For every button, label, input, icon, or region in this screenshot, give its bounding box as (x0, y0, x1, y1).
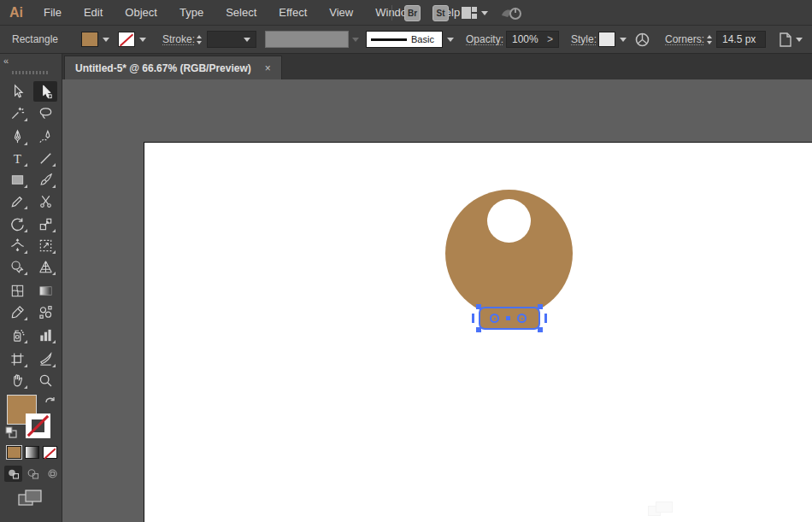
bridge-icon[interactable]: Br (404, 5, 421, 21)
corners-spinner[interactable] (704, 26, 715, 53)
recolor-artwork-button[interactable] (635, 26, 650, 53)
stroke-color-control[interactable] (118, 26, 149, 53)
live-corner-widget-left[interactable] (490, 314, 499, 323)
fill-color-control[interactable] (81, 26, 112, 53)
workspace-switcher[interactable] (461, 6, 488, 20)
menu-view[interactable]: View (318, 0, 364, 26)
eyedropper-tool[interactable] (5, 302, 29, 322)
opacity-label[interactable]: Opacity: (466, 26, 503, 53)
object-center-point[interactable] (506, 316, 510, 320)
fill-swatch[interactable] (81, 32, 98, 47)
draw-normal-button[interactable] (4, 466, 22, 482)
stroke-none-swatch[interactable] (118, 32, 135, 47)
corners-label[interactable]: Corners: (665, 26, 704, 53)
anchor-bottom-left[interactable] (476, 327, 481, 332)
magic-wand-tool[interactable] (5, 103, 29, 123)
control-bar: Rectangle Stroke: Basic Opacity: (0, 26, 812, 54)
swap-fill-stroke-icon[interactable] (44, 395, 56, 407)
column-graph-tool[interactable] (33, 325, 57, 345)
menu-select[interactable]: Select (215, 0, 268, 26)
circle-cutout[interactable] (487, 199, 531, 243)
zoom-tool[interactable] (33, 370, 57, 390)
document-tab[interactable]: Untitled-5* @ 66.67% (RGB/Preview) × (64, 56, 282, 79)
draw-behind-button[interactable] (24, 466, 42, 482)
artboard-tool[interactable] (5, 349, 29, 369)
left-edge-handle[interactable] (472, 314, 474, 323)
stroke-color-indicator[interactable] (26, 413, 50, 438)
anchor-bottom-right[interactable] (538, 327, 543, 332)
rotate-tool[interactable] (5, 214, 29, 234)
menu-object[interactable]: Object (114, 0, 168, 26)
collapse-panel-button[interactable]: « (3, 56, 9, 66)
artboard[interactable] (144, 142, 812, 522)
default-fill-stroke-icon[interactable] (5, 426, 17, 438)
menu-edit[interactable]: Edit (73, 0, 114, 26)
symbol-sprayer-tool[interactable] (5, 325, 29, 345)
right-edge-handle[interactable] (544, 314, 547, 323)
lasso-tool[interactable] (33, 103, 57, 123)
stroke-label[interactable]: Stroke: (162, 26, 195, 53)
canvas-pasteboard[interactable] (62, 79, 812, 522)
perspective-grid-tool[interactable] (33, 256, 57, 277)
document-page-icon (778, 32, 793, 48)
rectangle-tool[interactable] (5, 169, 29, 190)
pen-tool[interactable] (5, 126, 29, 147)
mesh-tool[interactable] (5, 280, 29, 301)
anchor-top-right[interactable] (538, 304, 543, 309)
scale-tool[interactable] (33, 214, 57, 234)
style-chevron[interactable] (616, 32, 629, 47)
free-transform-tool[interactable] (33, 235, 57, 255)
slice-tool[interactable] (33, 349, 57, 369)
hand-tool[interactable] (5, 370, 29, 390)
none-button[interactable] (43, 446, 57, 459)
direct-selection-tool[interactable] (33, 81, 57, 102)
menu-type[interactable]: Type (168, 0, 215, 26)
stroke-weight-field[interactable] (207, 26, 256, 53)
shape-builder-tool[interactable] (5, 256, 29, 277)
brush-definition-control[interactable]: Basic (366, 26, 456, 53)
opacity-field[interactable]: 100% > (506, 26, 559, 53)
selection-tool[interactable] (5, 81, 29, 102)
line-segment-tool[interactable] (33, 148, 57, 168)
gpu-performance-icon[interactable] (500, 5, 522, 21)
graphic-style-control[interactable] (598, 26, 629, 53)
none-diagonal (27, 415, 49, 437)
selected-object-type-label: Rectangle (12, 26, 58, 53)
draw-inside-button[interactable] (44, 466, 62, 482)
menu-file[interactable]: File (32, 0, 73, 26)
menu-effect[interactable]: Effect (268, 0, 318, 26)
menu-bar: Ai File Edit Object Type Select Effect V… (0, 0, 812, 26)
chevron-down-icon (796, 38, 803, 42)
tab-close-button[interactable]: × (265, 62, 271, 74)
stock-icon[interactable]: St (432, 5, 449, 21)
color-button[interactable] (7, 446, 21, 459)
live-corner-widget-right[interactable] (517, 314, 527, 323)
curvature-tool[interactable] (33, 126, 57, 147)
brush-chevron[interactable] (444, 32, 456, 47)
width-tool[interactable] (5, 235, 29, 255)
opacity-more-arrow[interactable]: > (547, 33, 553, 45)
screen-mode-button[interactable] (17, 489, 43, 507)
document-tab-bar: Untitled-5* @ 66.67% (RGB/Preview) × (62, 54, 812, 79)
gradient-tool[interactable] (33, 280, 57, 301)
blend-tool[interactable] (33, 302, 57, 322)
menubar-divider (391, 5, 392, 21)
stroke-chevron[interactable] (136, 32, 149, 47)
corners-field[interactable]: 14.5 px (716, 26, 766, 53)
type-tool[interactable]: T (5, 148, 29, 168)
menubar-right-icons: Br St (391, 0, 522, 26)
scissors-tool[interactable] (33, 191, 57, 211)
pencil-tool[interactable] (5, 191, 29, 211)
anchor-top-left[interactable] (476, 304, 481, 309)
fill-chevron[interactable] (99, 32, 112, 47)
style-swatch[interactable] (598, 32, 615, 47)
chevron-down-icon (352, 38, 359, 42)
paintbrush-tool[interactable] (33, 169, 57, 190)
panel-grip[interactable] (12, 71, 50, 74)
style-label[interactable]: Style: (571, 26, 597, 53)
gradient-button[interactable] (25, 446, 39, 459)
brush-preview[interactable]: Basic (366, 31, 443, 48)
stroke-weight-spinner[interactable] (194, 26, 204, 53)
artboard-options-control[interactable] (778, 26, 803, 53)
tools-panel: « (0, 54, 62, 522)
